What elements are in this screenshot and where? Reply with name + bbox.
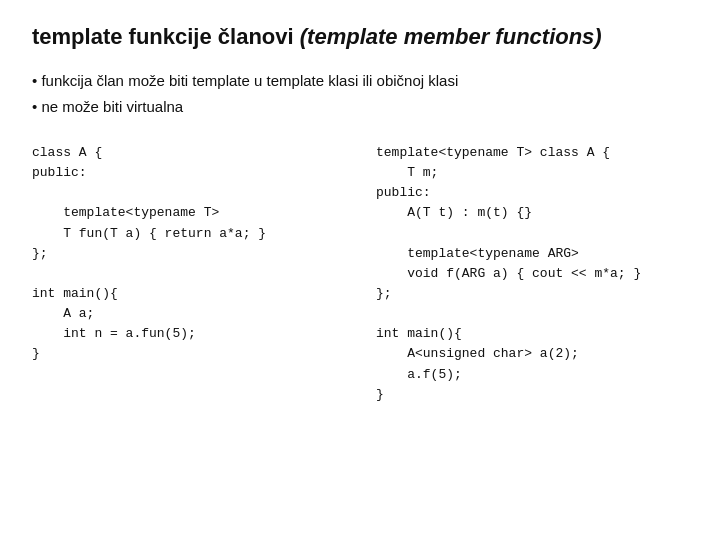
code-right: template<typename T> class A { T m; publ…: [376, 143, 688, 405]
bullet-item-2: ne može biti virtualna: [32, 94, 688, 120]
title-italic: (template member functions): [300, 24, 602, 49]
bullet-list: funkcija član može biti template u templ…: [32, 68, 688, 119]
title-normal: template funkcije članovi: [32, 24, 300, 49]
page-title: template funkcije članovi (template memb…: [32, 24, 688, 50]
code-left: class A { public: template<typename T> T…: [32, 143, 344, 365]
bullet-item-1: funkcija član može biti template u templ…: [32, 68, 688, 94]
code-section: class A { public: template<typename T> T…: [32, 143, 688, 405]
